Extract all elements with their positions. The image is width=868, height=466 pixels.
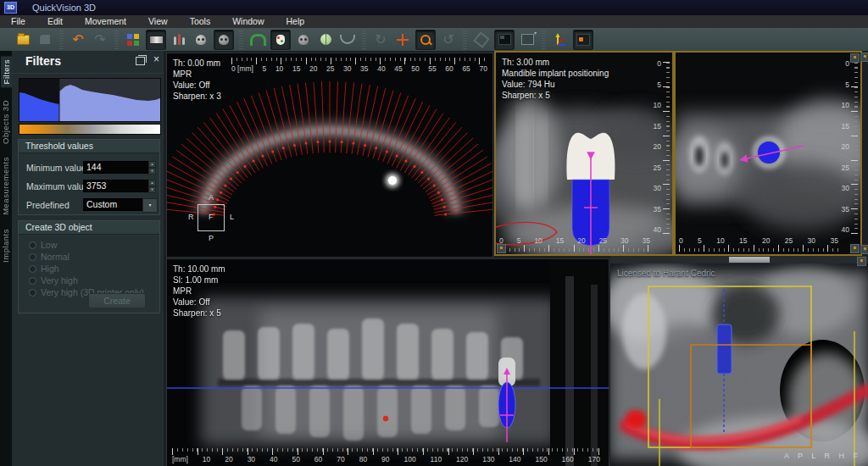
jaw-outline-icon[interactable] xyxy=(338,31,357,49)
radio-quality-very-high[interactable]: Very high xyxy=(19,275,159,286)
radio-quality-low[interactable]: Low xyxy=(19,240,159,251)
threshold-values-title: Threshold values xyxy=(19,140,159,153)
sidebar-tab-strip: Filters Objects 3D Measurements Implants xyxy=(0,51,12,466)
predefined-dropdown[interactable]: Custom xyxy=(83,198,146,211)
skull-3d-icon[interactable] xyxy=(214,30,234,50)
license-text: Licensed to Harant Cedric xyxy=(617,269,715,278)
menu-tools[interactable]: Tools xyxy=(179,15,222,28)
predefined-dropdown-button[interactable]: ▾ xyxy=(142,198,158,213)
panoramic-bottom-ruler: [mm]102030405060708090100110120130140150… xyxy=(172,448,600,463)
minimum-value-input[interactable]: 144 xyxy=(83,161,149,174)
panel-splitter[interactable] xyxy=(610,256,868,264)
minimum-value-label: Minimum value xyxy=(26,163,86,173)
tab-filters[interactable]: Filters xyxy=(1,56,12,87)
app-icon: 3D xyxy=(4,2,17,14)
tooth-segmentation-icon[interactable] xyxy=(270,30,291,50)
axial-implant-view[interactable]: 0510152025303540 05101520253035 xyxy=(674,51,862,256)
density-histogram[interactable] xyxy=(19,78,161,122)
implant-blue-3d xyxy=(717,325,732,374)
axial-overlay-info: Th: 0.00 mm MPR Value: Off Sharpen: x 3 xyxy=(173,58,221,102)
axial-implant-bottom-ruler: 05101520253035 xyxy=(679,236,838,252)
create-3d-object-title: Create 3D object xyxy=(19,221,159,235)
splitter-collapse-button[interactable] xyxy=(857,257,866,266)
panel-corner-button[interactable] xyxy=(497,244,506,253)
save-icon[interactable] xyxy=(36,31,54,49)
menu-bar: File Edit Movement View Tools Window Hel… xyxy=(0,15,868,29)
axial-implant-graphic xyxy=(676,53,860,254)
orientation-letters: A P L R H F xyxy=(784,452,861,460)
implant-views-icon[interactable] xyxy=(170,31,188,49)
pan-icon[interactable] xyxy=(393,31,412,49)
panoramic-overlay-info: Th: 10.00 mm Sl: 1.00 mm MPR Value: Off … xyxy=(173,264,225,319)
orientation-indicator: A P R L F xyxy=(198,204,225,231)
cross-section-view[interactable]: Th: 3.00 mm Mandible implant positioning… xyxy=(494,51,674,256)
zoom-icon[interactable]: ▾ xyxy=(415,30,436,50)
cross-section-overlay-info: Th: 3.00 mm Mandible implant positioning… xyxy=(502,57,609,101)
menu-movement[interactable]: Movement xyxy=(74,15,137,28)
landmark-dot xyxy=(383,416,388,421)
skull-render-icon[interactable] xyxy=(294,31,313,49)
menu-view[interactable]: View xyxy=(137,15,179,28)
predefined-label: Predefined xyxy=(26,200,70,210)
row-scroll-up-button[interactable] xyxy=(860,53,868,62)
application-window: 3D QuickVision 3D File Edit Movement Vie… xyxy=(0,0,868,466)
orbit-icon[interactable]: ↺ xyxy=(439,31,458,49)
axial-top-ruler: 0 [mm]510152025303540455055606570 xyxy=(231,58,487,73)
tab-objects-3d[interactable]: Objects 3D xyxy=(1,100,10,144)
density-gradient-bar xyxy=(19,124,161,135)
splitter-handle[interactable] xyxy=(729,257,770,263)
scroll-up-button[interactable] xyxy=(850,53,860,63)
oblique-slice-icon[interactable] xyxy=(472,31,491,49)
viewport-area: Th: 0.00 mm MPR Value: Off Sharpen: x 3 … xyxy=(164,51,868,466)
minimum-value-stepper[interactable]: ▲▼ xyxy=(148,161,156,174)
menu-help[interactable]: Help xyxy=(275,15,316,28)
radio-quality-high[interactable]: High xyxy=(19,264,159,275)
axial-implant-right-ruler: 0510152025303540 xyxy=(839,59,858,234)
dental-arch-icon[interactable] xyxy=(248,31,267,49)
menu-file[interactable]: File xyxy=(0,15,36,28)
tab-measurements[interactable]: Measurements xyxy=(1,157,10,215)
maximum-value-stepper[interactable]: ▲▼ xyxy=(148,180,156,192)
histogram-graphic xyxy=(19,79,160,121)
redo-icon[interactable]: ↷ xyxy=(91,31,109,49)
filters-panel-title: Filters xyxy=(25,54,61,68)
tab-implants[interactable]: Implants xyxy=(1,229,10,263)
panoramic-view[interactable]: Th: 10.00 mm Sl: 1.00 mm MPR Value: Off … xyxy=(166,258,609,466)
threshold-values-group: Threshold values Minimum value 144 ▲▼ Ma… xyxy=(18,139,160,215)
layout-views-icon[interactable] xyxy=(124,31,142,49)
cross-section-bottom-ruler: 05101520253035 xyxy=(499,236,650,252)
row-scroll-down-button[interactable] xyxy=(860,245,868,254)
render-3d-view[interactable]: Licensed to Harant Cedric A P L R H F xyxy=(610,264,868,466)
panel-options-icon[interactable]: ▾ xyxy=(518,31,537,49)
sphere-object-icon[interactable] xyxy=(316,31,335,49)
panoramic-view-icon[interactable] xyxy=(146,30,166,50)
radio-quality-normal[interactable]: Normal xyxy=(19,252,159,263)
scroll-down-button[interactable] xyxy=(850,244,860,253)
rotate-icon[interactable]: ↻ xyxy=(371,31,390,49)
title-bar: 3D QuickVision 3D xyxy=(0,0,868,15)
filters-panel: Filters × Threshold values Minimum value… xyxy=(12,51,164,466)
float-panel-icon[interactable] xyxy=(136,57,145,65)
open-icon[interactable] xyxy=(14,31,32,49)
menu-window[interactable]: Window xyxy=(221,15,275,28)
maximum-value-label: Maximum value xyxy=(26,181,89,191)
single-panel-icon[interactable] xyxy=(494,30,515,50)
panoramic-graphic xyxy=(167,259,609,466)
render-3d-graphic xyxy=(610,264,868,466)
implant-red-3d xyxy=(625,410,647,429)
create-button[interactable]: Create xyxy=(88,293,146,308)
cross-section-right-ruler: 0510152025303540 xyxy=(651,59,670,234)
close-icon[interactable]: × xyxy=(153,54,159,64)
window-title: QuickVision 3D xyxy=(32,3,96,13)
axes-3d-icon[interactable] xyxy=(551,31,570,49)
menu-edit[interactable]: Edit xyxy=(36,15,74,28)
maximum-value-input[interactable]: 3753 xyxy=(83,180,149,192)
skull-xray-icon[interactable] xyxy=(192,31,210,49)
axial-mpr-view[interactable]: Th: 0.00 mm MPR Value: Off Sharpen: x 3 … xyxy=(166,53,493,258)
window-panel-icon[interactable] xyxy=(573,30,593,50)
toolbar: ↶ ↷ ↻ ▾ ↺ ▾ xyxy=(0,28,868,52)
create-3d-object-group: Create 3D object Low Normal High Very hi… xyxy=(18,220,160,313)
undo-icon[interactable]: ↶ xyxy=(69,31,87,49)
filters-panel-header: Filters × xyxy=(12,51,164,74)
